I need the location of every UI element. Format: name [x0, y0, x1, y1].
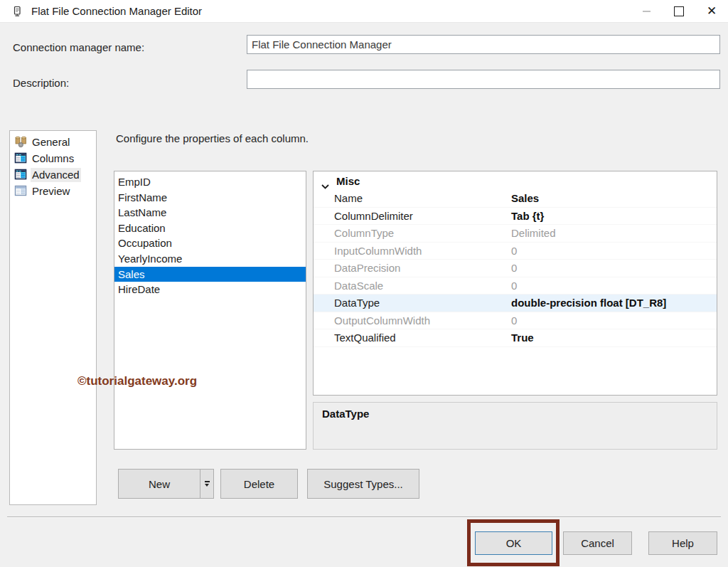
property-name: ColumnDelimiter	[314, 210, 511, 222]
property-help-panel: DataType	[313, 402, 717, 450]
cancel-button[interactable]: Cancel	[563, 531, 632, 555]
window-title: Flat File Connection Manager Editor	[31, 5, 202, 17]
property-value[interactable]: True	[511, 332, 717, 344]
sidebar-item-general[interactable]: General	[10, 134, 96, 150]
property-value[interactable]: double-precision float [DT_R8]	[511, 297, 717, 309]
table-advanced-icon	[14, 169, 28, 181]
property-row-columntype[interactable]: ColumnType Delimited	[314, 225, 717, 243]
watermark-text: ©tutorialgateway.org	[77, 374, 197, 388]
minimize-icon	[643, 11, 651, 12]
title-bar: Flat File Connection Manager Editor ✕	[0, 0, 728, 23]
pages-nav-panel: General Columns	[9, 130, 97, 505]
maximize-icon	[674, 6, 684, 16]
list-item-yearlyincome[interactable]: YearlyIncome	[114, 251, 306, 267]
property-value[interactable]: Tab {t}	[511, 210, 717, 222]
connection-manager-dialog-icon	[11, 6, 23, 17]
table-columns-icon	[14, 152, 28, 164]
connection-name-label: Connection manager name:	[13, 41, 144, 53]
chevron-down-icon[interactable]	[321, 179, 329, 184]
property-grid: Misc Name Sales ColumnDelimiter Tab {t} …	[313, 171, 717, 396]
description-label: Description:	[13, 77, 69, 89]
property-row-dataprecision[interactable]: DataPrecision 0	[314, 260, 717, 277]
delete-button[interactable]: Delete	[220, 469, 298, 499]
property-group-misc[interactable]: Misc	[314, 171, 717, 190]
split-dropdown-icon	[205, 481, 210, 487]
list-item-empid[interactable]: EmpID	[114, 174, 306, 190]
property-value: Delimited	[511, 227, 717, 239]
connection-general-icon	[14, 136, 28, 148]
bottom-separator	[7, 516, 721, 518]
minimize-button[interactable]	[630, 0, 663, 22]
columns-list: EmpID FirstName LastName Education Occup…	[114, 171, 306, 450]
property-row-name[interactable]: Name Sales	[314, 190, 717, 208]
sidebar-item-label: Preview	[31, 184, 71, 198]
property-row-textqualified[interactable]: TextQualified True	[314, 329, 717, 347]
list-item-education[interactable]: Education	[114, 221, 306, 236]
property-name: ColumnType	[314, 227, 511, 239]
property-value: 0	[511, 280, 717, 292]
property-value: 0	[511, 245, 717, 257]
property-name: DataScale	[314, 280, 511, 292]
maximize-button[interactable]	[663, 0, 695, 22]
property-name: DataPrecision	[314, 262, 511, 274]
table-preview-icon	[14, 185, 28, 197]
property-row-outputcolumnwidth[interactable]: OutputColumnWidth 0	[314, 312, 717, 330]
sidebar-item-columns[interactable]: Columns	[10, 150, 96, 166]
sidebar-item-label: General	[31, 135, 71, 149]
list-item-occupation[interactable]: Occupation	[114, 235, 306, 251]
list-item-sales-selected[interactable]: Sales	[114, 267, 306, 282]
property-row-columndelimiter[interactable]: ColumnDelimiter Tab {t}	[314, 208, 717, 226]
property-name: DataType	[314, 297, 511, 309]
sidebar-item-preview[interactable]: Preview	[10, 183, 96, 199]
property-name: InputColumnWidth	[314, 245, 511, 257]
property-row-datascale[interactable]: DataScale 0	[314, 277, 717, 295]
property-row-inputcolumnwidth[interactable]: InputColumnWidth 0	[314, 243, 717, 260]
close-button[interactable]: ✕	[695, 0, 728, 22]
connection-name-input[interactable]	[247, 35, 720, 54]
description-input[interactable]	[247, 70, 720, 89]
ok-button[interactable]: OK	[475, 531, 552, 555]
sidebar-item-label: Advanced	[31, 168, 81, 182]
property-value: 0	[511, 262, 717, 274]
property-row-datatype-selected[interactable]: DataType double-precision float [DT_R8]	[314, 295, 717, 312]
property-value[interactable]: Sales	[511, 192, 717, 204]
list-item-hiredate[interactable]: HireDate	[114, 282, 306, 297]
sidebar-item-label: Columns	[31, 152, 75, 166]
help-button[interactable]: Help	[648, 531, 717, 555]
new-dropdown-button[interactable]	[200, 469, 214, 499]
property-name: OutputColumnWidth	[314, 314, 511, 327]
property-group-label: Misc	[336, 175, 360, 187]
property-name: Name	[314, 192, 511, 204]
sidebar-item-advanced[interactable]: Advanced	[10, 166, 96, 183]
property-name: TextQualified	[314, 332, 511, 344]
property-value: 0	[511, 314, 717, 327]
suggest-types-button[interactable]: Suggest Types...	[307, 469, 419, 499]
window-controls: ✕	[630, 0, 728, 22]
close-icon: ✕	[707, 5, 717, 17]
property-help-title: DataType	[322, 408, 717, 420]
new-button[interactable]: New	[118, 469, 200, 499]
list-item-lastname[interactable]: LastName	[114, 205, 306, 221]
instruction-text: Configure the properties of each column.	[116, 132, 309, 144]
list-item-firstname[interactable]: FirstName	[114, 190, 306, 206]
